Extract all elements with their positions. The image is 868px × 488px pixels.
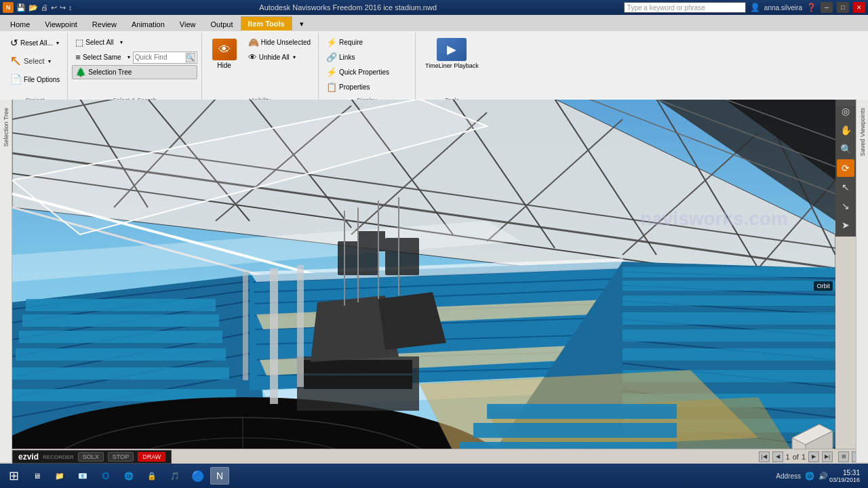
arrow-tool-button[interactable]: ➤	[837, 216, 854, 234]
svg-rect-84	[297, 265, 304, 387]
select-all-icon: ⬚	[75, 37, 83, 47]
reset-all-button[interactable]: ↺ Reset All... ▾	[7, 35, 63, 50]
unhide-all-button[interactable]: 👁 Unhide All ▾	[245, 50, 314, 64]
unhide-dropdown[interactable]: ▾	[293, 54, 296, 60]
reset-icon: ↺	[10, 37, 18, 48]
tab-review[interactable]: Review	[85, 16, 124, 31]
taskbar-app-unknown[interactable]: 🔵	[187, 466, 209, 486]
keyword-search[interactable]: Type a keyword or phrase	[624, 2, 746, 13]
file-options-button[interactable]: 📄 File Options	[7, 72, 63, 87]
network-icon: 🌐	[805, 472, 814, 481]
taskbar-app-files[interactable]: 📁	[49, 466, 71, 486]
svg-rect-93	[385, 238, 419, 275]
svg-rect-69	[623, 329, 835, 342]
select-cursor-icon: ↖	[9, 52, 22, 70]
taskbar-app-browser[interactable]: 🌐	[118, 466, 140, 486]
timeliner-playback-button[interactable]: ▶ TimeLiner Playback	[420, 35, 484, 72]
require-icon: ⚡	[326, 37, 337, 47]
selection-tree-button[interactable]: 🌲 Selection Tree	[72, 65, 197, 79]
svg-rect-67	[623, 296, 835, 306]
zoom-tool-button[interactable]: 🔍	[837, 140, 854, 158]
start-button[interactable]: ⊞	[3, 466, 24, 486]
taskbar-app-outlook[interactable]: O	[95, 466, 117, 486]
taskbar-app-explorer[interactable]: 🖥	[26, 466, 47, 486]
prev-page-button[interactable]: ◀	[772, 451, 783, 462]
select2-tool-button[interactable]: ↘	[837, 197, 854, 215]
ezvid-draw-button[interactable]: DRAW	[138, 452, 165, 462]
help-icon[interactable]: ❓	[806, 3, 816, 12]
group-select-search: ⬚ Select All ▾ ≡ Select Same ▾	[68, 33, 201, 105]
open-icon[interactable]: 📂	[28, 3, 38, 12]
tab-more[interactable]: ▾	[292, 16, 311, 31]
ezvid-recorder-label: RECORDER	[43, 454, 74, 460]
next-page-button[interactable]: ▶	[808, 451, 819, 462]
reset-dropdown-arrow: ▾	[56, 40, 59, 46]
navisworks-logo: N	[3, 2, 14, 13]
svg-rect-37	[26, 299, 216, 311]
taskbar-navisworks-app[interactable]: N	[210, 467, 229, 485]
minimize-button[interactable]: ─	[821, 2, 833, 13]
look-tool-button[interactable]: ◎	[837, 102, 854, 120]
hide-unselected-icon: 🙈	[248, 37, 259, 47]
volume-icon: 🔊	[818, 472, 828, 481]
ribbon-content: ↺ Reset All... ▾ ↖ Select ▾ 📄 File Optio…	[0, 31, 868, 106]
group-project: ↺ Reset All... ▾ ↖ Select ▾ 📄 File Optio…	[3, 33, 68, 105]
user-icon: 👤	[750, 3, 760, 12]
quick-find-search-button[interactable]: 🔍	[186, 53, 195, 62]
select-all-dropdown[interactable]: ▾	[120, 39, 123, 45]
taskbar-app-mail[interactable]: 📧	[72, 466, 94, 486]
select-tool-button[interactable]: ↖	[837, 178, 854, 196]
right-sidebar: Saved Viewpoints	[856, 100, 868, 462]
orbit-tool-button[interactable]: ⟳	[837, 159, 854, 177]
tab-output[interactable]: Output	[203, 16, 241, 31]
close-button[interactable]: ✕	[853, 2, 865, 13]
taskbar-clock: 15:31 03/19/2016	[829, 469, 865, 483]
app-icon: N 💾 📂 🖨 ↩ ↪ ↕	[3, 2, 73, 13]
tab-view[interactable]: View	[172, 16, 203, 31]
sidebar-tab-saved-viewpoints[interactable]: Saved Viewpoints	[858, 102, 867, 161]
require-button[interactable]: ⚡ Require	[323, 35, 411, 49]
svg-rect-85	[243, 272, 248, 380]
stadium-viewport: FRONT	[12, 100, 835, 461]
quick-properties-button[interactable]: ⚡ Quick Properties	[323, 65, 411, 79]
ezvid-solx-button[interactable]: SOLX	[78, 452, 104, 462]
tab-item-tools[interactable]: Item Tools	[241, 16, 292, 31]
page-navigation: |◀ ◀ 1 of 1 ▶ ▶|	[759, 451, 833, 462]
select-dropdown-arrow[interactable]: ▾	[48, 58, 51, 64]
print-icon[interactable]: 🖨	[41, 3, 48, 12]
undo-icon[interactable]: ↩	[51, 3, 57, 12]
selection-tree-icon: 🌲	[75, 67, 86, 77]
redo-icon[interactable]: ↪	[60, 3, 66, 12]
quick-find-input[interactable]	[135, 54, 186, 61]
group-display: ⚡ Require 🔗 Links ⚡ Quick Properties 📋 P…	[319, 33, 416, 105]
hide-unselected-button[interactable]: 🙈 Hide Unselected	[245, 35, 314, 49]
taskbar-app-security[interactable]: 🔒	[141, 466, 163, 486]
svg-rect-40	[16, 348, 226, 361]
select-same-dropdown[interactable]: ▾	[127, 54, 130, 60]
save-icon[interactable]: 💾	[16, 3, 26, 12]
pan-tool-button[interactable]: ✋	[837, 121, 854, 139]
first-page-button[interactable]: |◀	[759, 451, 770, 462]
ezvid-stop-button[interactable]: STOP	[108, 452, 134, 462]
svg-rect-80	[304, 375, 412, 389]
last-page-button[interactable]: ▶|	[822, 451, 833, 462]
properties-icon: 📋	[326, 82, 337, 92]
tab-home[interactable]: Home	[3, 16, 37, 31]
tab-animation[interactable]: Animation	[124, 16, 172, 31]
tab-viewpoint[interactable]: Viewpoint	[37, 16, 85, 31]
fit-window-button[interactable]: ⊞	[838, 451, 849, 462]
svg-rect-68	[623, 312, 835, 325]
svg-rect-39	[19, 331, 222, 343]
main-viewport[interactable]: FRONT navisworks.com	[12, 100, 835, 461]
hide-icon: 👁	[212, 39, 237, 60]
links-button[interactable]: 🔗 Links	[323, 50, 411, 64]
select-same-button[interactable]: ≡ Select Same	[72, 50, 124, 64]
sidebar-tab-selection-tree[interactable]: Selection Tree	[1, 102, 11, 152]
svg-rect-83	[270, 268, 278, 404]
search-placeholder: Type a keyword or phrase	[627, 4, 705, 12]
taskbar-app-media[interactable]: 🎵	[164, 466, 186, 486]
maximize-button[interactable]: □	[837, 2, 849, 13]
hide-button[interactable]: 👁 Hide	[206, 35, 243, 73]
properties-button[interactable]: 📋 Properties	[323, 80, 411, 94]
select-all-button[interactable]: ⬚ Select All	[72, 35, 117, 49]
